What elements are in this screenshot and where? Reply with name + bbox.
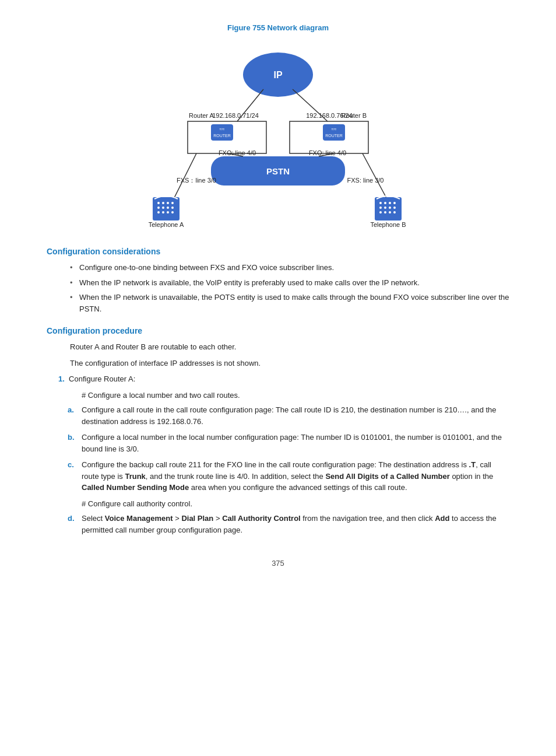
config-considerations-heading: Configuration considerations — [47, 247, 509, 256]
svg-point-50 — [384, 211, 386, 214]
svg-point-35 — [162, 211, 164, 214]
proc-intro-1: Router A and Router B are routable to ea… — [70, 341, 509, 353]
config-procedure-heading: Configuration procedure — [47, 326, 509, 335]
step-b-text: Configure a local number in the local nu… — [82, 433, 502, 453]
svg-point-32 — [167, 206, 169, 209]
svg-text:≈≈: ≈≈ — [332, 127, 337, 132]
svg-point-51 — [389, 211, 391, 214]
svg-text:192.168.0.71/24: 192.168.0.71/24 — [212, 112, 259, 119]
step-d-text1: Select — [82, 514, 105, 523]
svg-point-26 — [157, 202, 160, 204]
step-c-bold3: Send All Digits of a Called Number — [325, 472, 449, 481]
svg-point-33 — [171, 206, 174, 209]
step-d-bold2: Dial Plan — [181, 514, 213, 523]
step-d-text4: from the navigation tree, and then click — [301, 514, 435, 523]
step-1-text: Configure Router A: — [69, 374, 135, 383]
figure-caption: Figure 755 Network diagram — [47, 23, 509, 32]
svg-point-30 — [157, 206, 160, 209]
step-d-bold1: Voice Management — [105, 514, 173, 523]
step-d-bold4: Add — [435, 514, 449, 523]
step-c-text3: , and the trunk route line is 4/0. In ad… — [146, 472, 326, 481]
network-diagram: IP PSTN 192.168.0.71/24 Router A ≈≈ ROUT… — [47, 43, 509, 229]
step-c-bold2: Trunk — [125, 472, 145, 481]
svg-point-41 — [379, 202, 382, 204]
svg-point-37 — [171, 211, 174, 214]
svg-point-42 — [384, 202, 386, 204]
svg-point-34 — [157, 211, 160, 214]
step-d-text2: > — [173, 514, 182, 523]
svg-point-44 — [393, 202, 396, 204]
step-a: a. Configure a call route in the call ro… — [82, 404, 509, 427]
step-d-text3: > — [213, 514, 222, 523]
svg-point-29 — [171, 202, 174, 204]
svg-point-46 — [384, 206, 386, 209]
svg-text:ROUTER: ROUTER — [325, 134, 343, 138]
step-c-text5: area when you configure the advanced set… — [189, 483, 407, 492]
svg-point-49 — [379, 211, 382, 214]
proc-intro-2: The configuration of interface IP addres… — [70, 358, 509, 369]
step-d-bold3: Call Authority Control — [222, 514, 301, 523]
bullet-item-1: Configure one-to-one binding between FXS… — [70, 262, 509, 274]
step-c-bold1: .T — [469, 460, 476, 469]
step-a-label: a. — [68, 404, 74, 416]
svg-text:Router B: Router B — [342, 112, 367, 119]
svg-text:Telephone B: Telephone B — [370, 221, 406, 228]
step-c-label: c. — [68, 459, 74, 471]
svg-point-48 — [393, 206, 396, 209]
step-b: b. Configure a local number in the local… — [82, 432, 509, 454]
step-d-label: d. — [68, 513, 75, 524]
ip-cloud-label: IP — [273, 70, 282, 80]
step-c-text1: Configure the backup call route 211 for … — [82, 460, 469, 469]
svg-point-28 — [167, 202, 169, 204]
svg-point-45 — [379, 206, 382, 209]
step-c-text4: option in the — [450, 472, 493, 481]
step-c: c. Configure the backup call route 211 f… — [82, 459, 509, 494]
step-1: 1. Configure Router A: — [58, 373, 509, 385]
comment-2: # Configure call authority control. — [82, 498, 509, 510]
bullet-item-2: When the IP network is available, the Vo… — [70, 277, 509, 289]
step-b-label: b. — [68, 432, 75, 443]
svg-point-52 — [393, 211, 396, 214]
svg-rect-25 — [153, 197, 180, 220]
svg-text:Router A: Router A — [189, 112, 214, 119]
svg-text:ROUTER: ROUTER — [213, 134, 231, 138]
svg-point-27 — [162, 202, 164, 204]
step-a-text: Configure a call route in the call route… — [82, 405, 497, 426]
comment-1: # Configure a local number and two call … — [82, 390, 509, 401]
step-1-number: 1. — [58, 374, 65, 383]
svg-text:Telephone A: Telephone A — [149, 221, 184, 228]
svg-text:PSTN: PSTN — [266, 166, 290, 176]
svg-point-43 — [389, 202, 391, 204]
svg-point-36 — [167, 211, 169, 214]
step-c-bold4: Called Number Sending Mode — [82, 483, 189, 492]
step-d: d. Select Voice Management > Dial Plan >… — [82, 513, 509, 536]
page-number: 375 — [47, 559, 509, 568]
bullet-item-3: When the IP network is unavailable, the … — [70, 292, 509, 314]
svg-text:FXO: line 4/0: FXO: line 4/0 — [309, 149, 346, 156]
svg-point-31 — [162, 206, 164, 209]
svg-point-47 — [389, 206, 391, 209]
svg-text:≈≈: ≈≈ — [220, 127, 225, 132]
svg-rect-40 — [375, 197, 402, 220]
bullet-list: Configure one-to-one binding between FXS… — [70, 262, 509, 314]
